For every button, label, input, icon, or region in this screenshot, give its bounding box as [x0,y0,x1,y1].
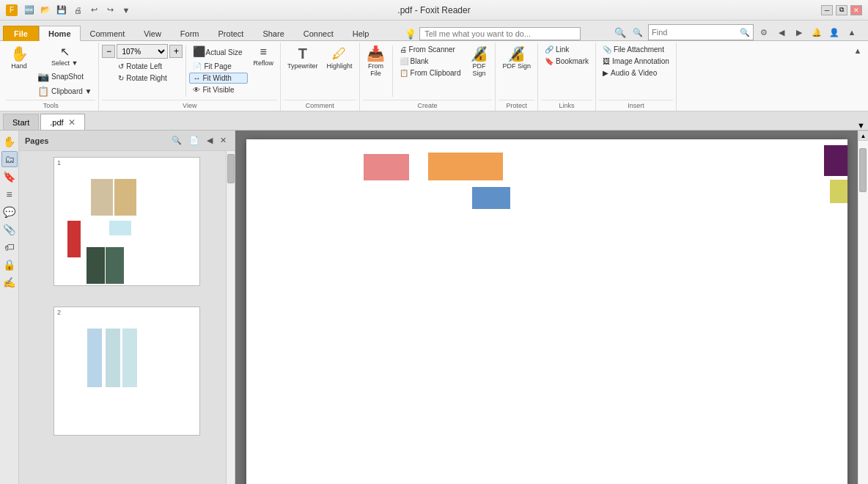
typewriter-btn[interactable]: T Typewriter [284,44,322,72]
close-btn[interactable]: ✕ [850,5,862,15]
sidebar-destinations[interactable]: 🏷 [1,239,18,255]
page-thumb-2[interactable]: 2 [54,307,200,436]
fit-width-btn[interactable]: ↔ Fit Width [189,73,248,84]
settings-btn[interactable]: ⚙ [757,26,771,39]
sidebar-sign[interactable]: ✍ [1,274,18,290]
zoom-dropdown[interactable]: 100% 107% 125% 150% [117,44,168,59]
highlight-btn[interactable]: 🖊 Highlight [323,44,356,72]
tab-view[interactable]: View [134,26,171,41]
pdf-viewport [235,131,858,484]
thumb-shape-3 [67,221,81,257]
sidebar-bookmarks[interactable]: 🔖 [1,169,18,185]
undo-btn[interactable]: ↩ [87,4,101,17]
rotate-left-btn[interactable]: ↺ Rotate Left [114,61,171,72]
open-btn[interactable]: 📂 [38,4,53,17]
thumb-shape-5 [87,247,105,284]
sidebar-lock[interactable]: 🔒 [1,257,18,273]
thumb-shape-4 [109,221,131,235]
scroll-thumb[interactable] [859,148,867,192]
file-attachment-btn[interactable]: 📎 File Attachment [599,44,673,55]
pages-options-btn[interactable]: 📄 [187,135,202,146]
tab-expand-btn[interactable]: ▼ [854,121,868,130]
snapshot-btn[interactable]: 📷 SnapShot [34,70,95,84]
find-input[interactable] [652,28,740,37]
tab-share[interactable]: Share [253,26,293,41]
tab-pdf[interactable]: .pdf ✕ [40,114,84,130]
pages-panel-expand[interactable]: ◀ [205,135,215,146]
protect-label: Protect [499,100,534,109]
audio-video-btn[interactable]: ▶ Audio & Video [599,67,673,78]
select-btn[interactable]: ↖ Select ▼ [34,44,95,69]
pages-header: Pages 🔍 📄 ◀ ✕ [19,131,235,151]
snapshot-icon: 📷 [37,71,49,82]
redo-btn[interactable]: ↪ [103,4,117,17]
tell-me-input[interactable] [419,27,581,40]
reflow-btn[interactable]: ≡ Reflow [249,44,277,69]
bookmark-btn[interactable]: 🔖 Bookmark [541,56,592,67]
tab-comment[interactable]: Comment [81,26,135,41]
next-btn[interactable]: ▶ [792,26,806,39]
from-scanner-btn[interactable]: 🖨 From Scanner [396,44,465,55]
minimize-btn[interactable]: ─ [821,5,833,15]
tab-file[interactable]: File [3,26,39,41]
rotate-right-btn[interactable]: ↻ Rotate Right [114,73,171,84]
actual-size-btn[interactable]: ⬛ Actual Size [189,44,248,60]
customize-btn[interactable]: ▼ [119,4,133,17]
zoom-out-btn[interactable]: − [102,45,115,58]
fit-visible-btn[interactable]: 👁 Fit Visible [189,84,248,95]
restore-btn[interactable]: ⧉ [836,5,847,15]
ribbon-collapse-arrow[interactable]: ▲ [850,44,865,57]
tools-buttons: ✋ Hand ↖ Select ▼ 📷 SnapShot 📋 [6,44,95,98]
fit-width-icon: ↔ [193,74,200,82]
pages-panel: Pages 🔍 📄 ◀ ✕ 1 [19,131,235,484]
tool-small-group: 📷 SnapShot 📋 Clipboard ▼ [34,70,95,98]
tab-home[interactable]: Home [39,26,81,41]
image-annotation-btn[interactable]: 🖼 Image Annotation [599,56,673,67]
page-thumb-1[interactable]: 1 [54,157,200,286]
help-search-icon[interactable]: 🔍 [613,26,628,39]
new-btn[interactable]: 🆕 [22,4,37,17]
clipboard-btn[interactable]: 📋 Clipboard ▼ [34,84,95,98]
tab-close-icon[interactable]: ✕ [68,117,76,128]
sidebar-attachments[interactable]: 📎 [1,221,18,238]
zoom-in-btn[interactable]: + [169,45,183,58]
blank-btn[interactable]: ⬜ Blank [396,56,465,67]
annotation-yellow [830,180,847,203]
prev-btn[interactable]: ◀ [774,26,789,39]
group-tools: ✋ Hand ↖ Select ▼ 📷 SnapShot 📋 [3,43,99,111]
protect-pdf-sign-btn[interactable]: 🔏 PDF Sign [499,44,534,72]
link-btn[interactable]: 🔗 Link [541,44,592,55]
find-icon[interactable]: 🔍 [740,28,750,37]
from-clipboard-btn[interactable]: 📋 From Clipboard [396,67,465,78]
sidebar-pages[interactable]: 🗂 [1,151,18,167]
pages-scrollbar[interactable] [226,151,235,484]
tab-protect[interactable]: Protect [209,26,254,41]
pages-scroll-thumb[interactable] [227,154,235,183]
sidebar-comments[interactable]: 💬 [1,204,18,220]
file-attachment-icon: 📎 [603,45,611,54]
sidebar-layers[interactable]: ≡ [1,186,18,202]
ribbon-collapse-btn[interactable]: 🔍 [630,26,645,39]
save-btn[interactable]: 💾 [54,4,69,17]
tab-start[interactable]: Start [3,114,39,130]
hand-btn[interactable]: ✋ Hand [6,44,32,72]
comment-label: Comment [284,100,356,109]
tab-form[interactable]: Form [171,26,209,41]
view-buttons: − 100% 107% 125% 150% + ↺ Rotate Left [102,44,277,98]
thumb-shape-8 [106,329,120,387]
sidebar-hand[interactable]: ✋ [1,133,18,150]
user-btn[interactable]: 👤 [827,26,842,39]
notifications-btn[interactable]: 🔔 [809,26,824,39]
pages-panel-close[interactable]: ✕ [218,135,229,146]
tab-help[interactable]: Help [343,26,379,41]
ribbon-pin-btn[interactable]: ▲ [845,26,859,39]
scroll-up-btn[interactable]: ▲ [858,131,869,141]
pdf-sign-btn[interactable]: 🔏 PDFSign [466,44,492,79]
fit-visible-icon: 👁 [193,86,200,94]
print-btn[interactable]: 🖨 [70,4,85,17]
tab-connect[interactable]: Connect [294,26,343,41]
pages-search-btn[interactable]: 🔍 [169,135,184,146]
fit-page-btn[interactable]: 📄 Fit Page [189,61,248,72]
lightbulb-icon: 💡 [405,29,416,40]
from-file-btn[interactable]: 📥 FromFile [363,44,389,79]
